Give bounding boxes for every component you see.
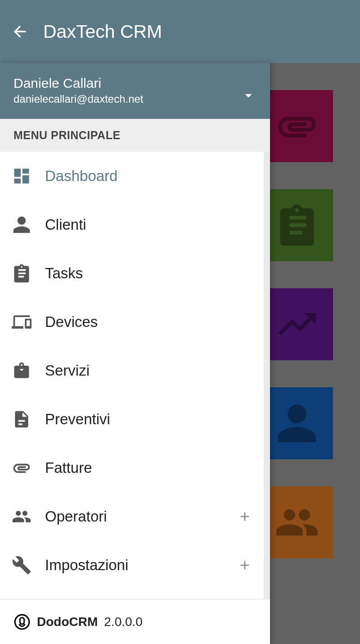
menu-item-servizi[interactable]: Servizi bbox=[0, 346, 264, 395]
menu-item-label: Impostazioni bbox=[45, 557, 224, 574]
bag-icon bbox=[12, 361, 32, 381]
menu-item-clienti[interactable]: Clienti bbox=[0, 200, 264, 249]
product-version: 2.0.0.0 bbox=[104, 615, 143, 629]
navigation-drawer: Daniele Callari danielecallari@daxtech.n… bbox=[0, 63, 270, 644]
menu-item-devices[interactable]: Devices bbox=[0, 298, 264, 346]
dashboard-icon bbox=[12, 166, 32, 186]
menu-item-preventivi[interactable]: Preventivi bbox=[0, 395, 264, 444]
person-icon bbox=[12, 215, 32, 235]
drawer-account-header[interactable]: Daniele Callari danielecallari@daxtech.n… bbox=[0, 63, 270, 119]
product-logo-icon bbox=[14, 613, 31, 630]
menu-item-dashboard[interactable]: Dashboard bbox=[0, 152, 264, 200]
document-icon bbox=[12, 409, 32, 429]
menu-item-label: Devices bbox=[45, 313, 252, 331]
app-bar: DaxTech CRM bbox=[0, 0, 360, 63]
attachment-icon bbox=[12, 458, 32, 478]
people-icon bbox=[12, 507, 32, 526]
menu-item-label: Tasks bbox=[45, 265, 252, 282]
user-email: danielecallari@daxtech.net bbox=[14, 93, 144, 105]
devices-icon bbox=[12, 312, 32, 332]
menu-item-label: Dashboard bbox=[45, 168, 252, 185]
menu-item-label: Preventivi bbox=[45, 411, 252, 428]
expand-plus-icon[interactable] bbox=[238, 509, 252, 524]
menu-item-label: Operatori bbox=[45, 508, 224, 525]
expand-plus-icon[interactable] bbox=[238, 558, 252, 572]
clipboard-icon bbox=[12, 263, 32, 283]
app-title: DaxTech CRM bbox=[43, 21, 162, 42]
menu-item-fatture[interactable]: Fatture bbox=[0, 444, 264, 492]
chevron-down-icon[interactable] bbox=[240, 87, 256, 104]
menu-item-tasks[interactable]: Tasks bbox=[0, 249, 264, 298]
menu-item-label: Clienti bbox=[45, 216, 252, 233]
menu-section-header: MENU PRINCIPALE bbox=[0, 119, 270, 152]
drawer-footer: DodoCRM 2.0.0.0 bbox=[0, 599, 270, 644]
menu-item-operatori[interactable]: Operatori bbox=[0, 492, 264, 541]
menu-item-label: Servizi bbox=[45, 362, 252, 379]
menu-item-impostazioni[interactable]: Impostazioni bbox=[0, 541, 264, 590]
wrench-icon bbox=[12, 555, 32, 575]
menu-item-label: Fatture bbox=[45, 459, 252, 476]
drawer-menu: Dashboard Clienti Tasks Devices Servizi … bbox=[0, 152, 270, 599]
product-name: DodoCRM bbox=[37, 615, 98, 629]
back-icon[interactable] bbox=[11, 23, 29, 41]
user-name: Daniele Callari bbox=[14, 76, 144, 91]
